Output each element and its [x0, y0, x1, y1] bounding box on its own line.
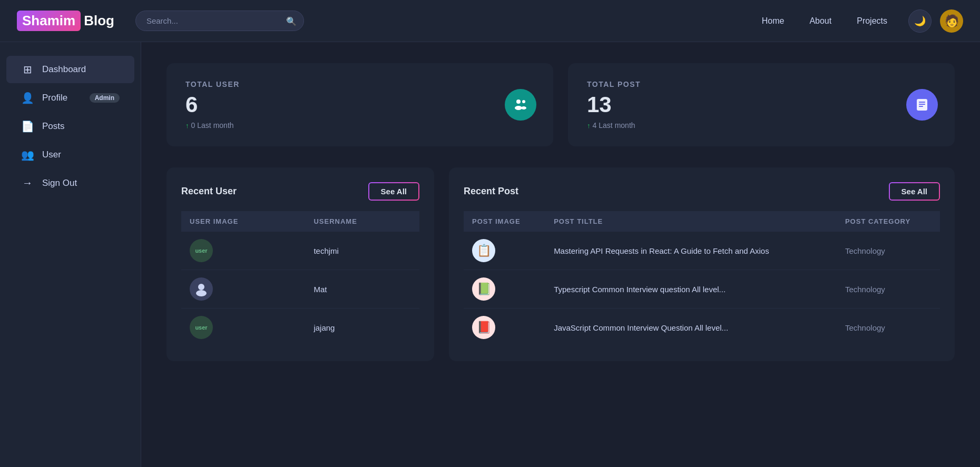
sidebar: ⊞ Dashboard 👤 Profile Admin 📄 Posts 👥 Us…: [0, 42, 141, 467]
stat-card-total-post: TOTAL POST 13 ↑ 4 Last month: [568, 63, 955, 146]
col-username: USERNAME: [305, 211, 419, 232]
nav-projects[interactable]: Projects: [857, 16, 887, 26]
profile-icon: 👤: [21, 92, 34, 104]
table-row: 📋 Mastering API Requests in React: A Gui…: [464, 232, 940, 270]
stat-arrow-post: ↑: [587, 122, 591, 130]
post-thumb: 📋: [472, 239, 495, 262]
recent-post-header: Recent Post See All: [464, 182, 940, 201]
see-all-posts-button[interactable]: See All: [889, 182, 940, 201]
sidebar-item-signout[interactable]: → Sign Out: [6, 170, 134, 196]
post-title-cell: JavaScript Common Interview Question All…: [545, 309, 837, 347]
post-image-cell: 📕: [464, 309, 545, 347]
sidebar-item-label-user: User: [42, 150, 61, 160]
stat-icon-post: [906, 89, 938, 121]
user-image-cell: user: [181, 309, 305, 347]
stat-meta-post: ↑ 4 Last month: [587, 121, 936, 130]
recent-user-title: Recent User: [181, 186, 237, 197]
stat-period-user: Last month: [197, 121, 233, 130]
user-image-cell: [181, 270, 305, 309]
post-category-cell: Technology: [837, 232, 940, 270]
sidebar-item-user[interactable]: 👥 User: [6, 141, 134, 168]
nav-about[interactable]: About: [809, 16, 831, 26]
user-image-cell: user: [181, 232, 305, 270]
post-image-cell: 📗: [464, 270, 545, 309]
post-category-cell: Technology: [837, 270, 940, 309]
username-cell: techjmi: [305, 232, 419, 270]
layout: ⊞ Dashboard 👤 Profile Admin 📄 Posts 👥 Us…: [0, 0, 980, 467]
svg-rect-7: [919, 106, 923, 107]
col-post-category: POST CATEGORY: [837, 211, 940, 232]
search-icon: 🔍: [286, 16, 297, 26]
main-content: TOTAL USER 6 ↑ 0 Last month: [141, 42, 980, 467]
avatar[interactable]: 🧑: [940, 9, 963, 33]
table-row: 📕 JavaScript Common Interview Question A…: [464, 309, 940, 347]
post-thumb: 📕: [472, 316, 495, 339]
recent-post-tbody: 📋 Mastering API Requests in React: A Gui…: [464, 232, 940, 346]
stat-meta-user: ↑ 0 Last month: [185, 121, 534, 130]
header: Shamim Blog 🔍 Home About Projects 🌙 🧑: [0, 0, 980, 42]
svg-point-3: [521, 106, 526, 110]
nav-home[interactable]: Home: [762, 16, 785, 26]
col-user-image: USER IMAGE: [181, 211, 305, 232]
post-image-cell: 📋: [464, 232, 545, 270]
user-thumb: user: [190, 316, 213, 339]
post-category-cell: Technology: [837, 309, 940, 347]
table-row: 📗 Typescript Common Interview question A…: [464, 270, 940, 309]
svg-point-0: [516, 100, 521, 104]
post-title-cell: Mastering API Requests in React: A Guide…: [545, 232, 837, 270]
post-thumb: 📗: [472, 277, 495, 301]
sidebar-item-profile[interactable]: 👤 Profile Admin: [6, 84, 134, 112]
logo: Shamim Blog: [17, 11, 114, 31]
svg-rect-6: [919, 104, 925, 105]
logo-shamim: Shamim: [17, 11, 81, 31]
username-cell: jajang: [305, 309, 419, 347]
table-header-row-post: POST IMAGE POST TILTLE POST CATEGORY: [464, 211, 940, 232]
see-all-users-button[interactable]: See All: [368, 182, 419, 201]
stat-cards: TOTAL USER 6 ↑ 0 Last month: [166, 63, 955, 146]
panels: Recent User See All USER IMAGE USERNAME …: [166, 167, 955, 361]
table-header-row-user: USER IMAGE USERNAME: [181, 211, 419, 232]
recent-user-table: USER IMAGE USERNAME user techjmi: [181, 211, 419, 346]
logo-blog: Blog: [84, 13, 114, 29]
theme-toggle-button[interactable]: 🌙: [908, 9, 932, 33]
stat-arrow-user: ↑: [185, 122, 189, 130]
users-svg-icon: [512, 96, 529, 113]
nav-links: Home About Projects: [762, 16, 887, 26]
stat-change-post: 4: [593, 121, 597, 130]
recent-user-panel: Recent User See All USER IMAGE USERNAME …: [166, 167, 434, 361]
username-cell: Mat: [305, 270, 419, 309]
search-input[interactable]: [135, 11, 304, 31]
header-actions: 🌙 🧑: [908, 9, 963, 33]
recent-post-panel: Recent Post See All POST IMAGE POST TILT…: [449, 167, 955, 361]
col-post-title: POST TILTLE: [545, 211, 837, 232]
stat-period-post: Last month: [599, 121, 635, 130]
svg-rect-5: [919, 102, 925, 103]
post-title-cell: Typescript Common Interview question All…: [545, 270, 837, 309]
sidebar-item-label-posts: Posts: [42, 121, 65, 132]
user-icon: 👥: [21, 148, 34, 161]
col-post-image: POST IMAGE: [464, 211, 545, 232]
stat-value-post: 13: [587, 93, 936, 117]
user-thumb: [190, 277, 213, 301]
svg-point-8: [198, 284, 204, 290]
dashboard-icon: ⊞: [21, 63, 34, 76]
stat-label-user: TOTAL USER: [185, 80, 534, 88]
table-row: Mat: [181, 270, 419, 309]
sidebar-item-posts[interactable]: 📄 Posts: [6, 113, 134, 140]
svg-point-9: [196, 290, 207, 296]
sidebar-item-label-signout: Sign Out: [42, 178, 77, 188]
recent-user-header: Recent User See All: [181, 182, 419, 201]
svg-point-2: [522, 100, 525, 103]
stat-card-total-user: TOTAL USER 6 ↑ 0 Last month: [166, 63, 553, 146]
stat-value-user: 6: [185, 93, 534, 117]
table-row: user techjmi: [181, 232, 419, 270]
post-svg-icon: [914, 97, 930, 113]
stat-icon-user: [505, 89, 536, 121]
posts-icon: 📄: [21, 120, 34, 133]
stat-change-user: 0: [191, 121, 195, 130]
table-row: user jajang: [181, 309, 419, 347]
sidebar-item-label-profile: Profile: [42, 93, 67, 103]
sidebar-item-dashboard[interactable]: ⊞ Dashboard: [6, 56, 134, 83]
svg-point-1: [515, 106, 522, 110]
recent-post-title: Recent Post: [464, 186, 518, 197]
